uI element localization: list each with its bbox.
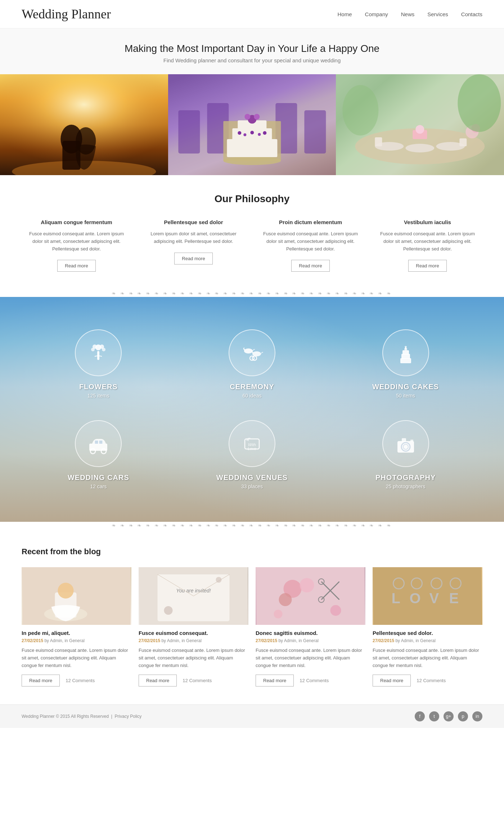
- svg-rect-9: [304, 110, 326, 154]
- cat-photography-subtitle: 25 photographers: [336, 484, 475, 489]
- svg-point-77: [279, 593, 292, 606]
- cat-venues-title: WEDDING VENUES: [183, 474, 322, 482]
- philosophy-grid: Aliquam congue fermentum Fusce euismod c…: [22, 219, 482, 272]
- svg-point-21: [258, 133, 261, 136]
- nav-home[interactable]: Home: [338, 11, 352, 17]
- blog-item-4: L O V E Pellentesque sed dolor. 27/02/20…: [373, 567, 482, 686]
- svg-text:Love: Love: [248, 446, 256, 451]
- philosophy-item-3-text: Fusce euismod consequat ante. Lorem ipsu…: [259, 230, 362, 253]
- svg-point-40: [102, 348, 105, 351]
- svg-point-18: [238, 131, 241, 135]
- blog-thumb-1: [22, 567, 131, 625]
- nav-news[interactable]: News: [401, 11, 415, 17]
- blog-item-3-text: Fusce euismod consequat ante. Lorem ipsu…: [256, 647, 365, 669]
- blog-item-3-title: Donec sagittis euismod.: [256, 630, 365, 636]
- hero-title: Making the Most Important Day in Your Li…: [7, 43, 497, 54]
- philosophy-heading: Our Philosophy: [22, 193, 482, 205]
- svg-rect-82: [374, 567, 482, 625]
- cat-ceremony-subtitle: 60 ideas: [183, 393, 322, 399]
- categories-grid: FLOWERS 125 items: [22, 319, 482, 500]
- cat-cakes-subtitle: 50 items: [336, 393, 475, 399]
- blog-item-1-author: by Admin, in General: [44, 638, 84, 643]
- blog-item-2-comments: 12 Comments: [183, 678, 212, 683]
- lace-divider-top: [0, 290, 504, 297]
- svg-rect-12: [227, 139, 277, 157]
- hero-image-cake: [168, 74, 336, 175]
- cat-item-flowers[interactable]: FLOWERS 125 items: [22, 319, 175, 409]
- blog-item-3-btn[interactable]: Read more: [256, 675, 294, 686]
- blog-item-2-meta: 27/02/2015 by Admin, in General: [139, 638, 248, 643]
- cat-item-venues[interactable]: With Love WEDDING VENUES 33 places: [175, 409, 329, 500]
- svg-text:O: O: [410, 590, 421, 606]
- nav-services[interactable]: Services: [427, 11, 448, 17]
- svg-point-20: [250, 131, 254, 134]
- blog-thumb-2: You are invited!: [139, 567, 248, 625]
- svg-text:V: V: [429, 590, 439, 606]
- philosophy-item-1-title: Aliquam congue fermentum: [25, 219, 128, 225]
- svg-point-73: [216, 577, 222, 583]
- blog-item-1: In pede mi, aliquet. 27/02/2015 by Admin…: [22, 567, 131, 686]
- lace-divider-bottom: [0, 522, 504, 529]
- blog-item-4-meta: 27/02/2015 by Admin, in General: [373, 638, 482, 643]
- blog-item-3-author: by Admin, in General: [278, 638, 318, 643]
- site-footer: Wedding Planner © 2015 All Rights Reserv…: [0, 704, 504, 728]
- cat-ceremony-title: CEREMONY: [183, 383, 322, 391]
- privacy-policy-link[interactable]: Privacy Policy: [115, 714, 142, 719]
- cat-item-photography[interactable]: PHOTOGRAPHY 25 photographers: [329, 409, 482, 500]
- blog-item-2-author: by Admin, in General: [161, 638, 201, 643]
- social-facebook[interactable]: f: [415, 711, 425, 721]
- blog-item-4-btn[interactable]: Read more: [373, 675, 411, 686]
- svg-rect-56: [99, 440, 103, 444]
- blog-item-1-meta: 27/02/2015 by Admin, in General: [22, 638, 131, 643]
- blog-item-4-comments: 12 Comments: [417, 678, 446, 683]
- wedding-cars-icon: [75, 420, 122, 467]
- nav-contacts[interactable]: Contacts: [461, 11, 482, 17]
- philosophy-item-1-btn[interactable]: Read more: [57, 260, 95, 272]
- svg-text:L: L: [392, 590, 400, 606]
- svg-rect-13: [232, 128, 272, 141]
- blog-item-1-title: In pede mi, aliquet.: [22, 630, 131, 636]
- cat-item-ceremony[interactable]: CEREMONY 60 ideas: [175, 319, 329, 409]
- svg-point-34: [458, 74, 501, 132]
- svg-point-26: [406, 144, 435, 152]
- social-linkedin[interactable]: in: [472, 711, 482, 721]
- hero-image-couple: [0, 74, 168, 175]
- social-twitter[interactable]: t: [429, 711, 439, 721]
- cat-item-cars[interactable]: WEDDING CARS 12 cars: [22, 409, 175, 500]
- blog-item-4-actions: Read more 12 Comments: [373, 675, 482, 686]
- philosophy-item-4-title: Vestibulum iaculis: [376, 219, 479, 225]
- cat-flowers-subtitle: 125 items: [29, 393, 168, 399]
- blog-item-2-btn[interactable]: Read more: [139, 675, 177, 686]
- copyright-text: Wedding Planner © 2015 All Rights Reserv…: [22, 714, 109, 719]
- photography-icon: [382, 420, 429, 467]
- nav-company[interactable]: Company: [365, 11, 388, 17]
- categories-row-1: FLOWERS 125 items: [22, 319, 482, 409]
- blog-heading: Recent from the blog: [22, 547, 482, 556]
- philosophy-item-2-btn[interactable]: Read more: [174, 253, 212, 264]
- philosophy-item-4: Vestibulum iaculis Fusce euismod consequ…: [373, 219, 482, 272]
- philosophy-item-4-btn[interactable]: Read more: [408, 260, 446, 272]
- svg-rect-47: [401, 354, 410, 359]
- cat-item-cakes[interactable]: WEDDING CAKES 50 items: [329, 319, 482, 409]
- hero-images: [0, 74, 504, 175]
- blog-item-3: Donec sagittis euismod. 27/02/2015 by Ad…: [256, 567, 365, 686]
- svg-rect-52: [89, 444, 107, 451]
- svg-rect-46: [400, 358, 411, 363]
- svg-rect-28: [375, 137, 382, 146]
- social-googleplus[interactable]: g+: [444, 711, 454, 721]
- wedding-venues-icon: With Love: [229, 420, 275, 467]
- philosophy-section: Our Philosophy Aliquam congue fermentum …: [0, 175, 504, 290]
- blog-item-1-btn[interactable]: Read more: [22, 675, 60, 686]
- blog-section: Recent from the blog In pede mi, aliquet…: [0, 529, 504, 704]
- footer-copyright: Wedding Planner © 2015 All Rights Reserv…: [22, 714, 141, 719]
- svg-point-22: [263, 131, 266, 135]
- philosophy-item-3-title: Proin dictum elementum: [259, 219, 362, 225]
- philosophy-item-3-btn[interactable]: Read more: [291, 260, 329, 272]
- blog-item-4-author: by Admin, in General: [395, 638, 435, 643]
- social-pinterest[interactable]: p: [458, 711, 468, 721]
- hero-subtitle: Find Wedding planner and consultant for …: [7, 57, 497, 63]
- cat-venues-subtitle: 33 places: [183, 484, 322, 489]
- svg-point-43: [252, 351, 261, 356]
- blog-item-3-comments: 12 Comments: [300, 678, 329, 683]
- svg-point-35: [343, 85, 379, 135]
